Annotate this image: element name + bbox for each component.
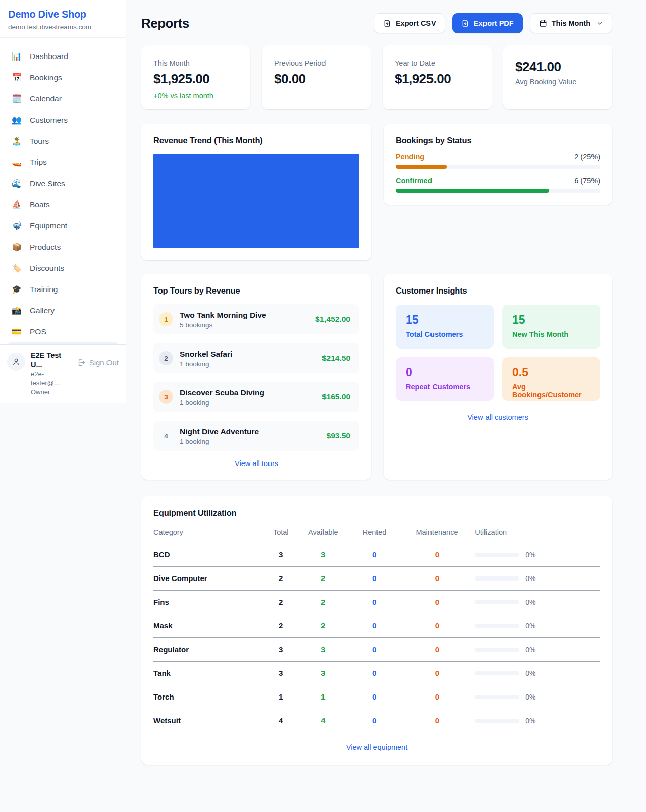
sidebar-item-boats[interactable]: ⛵ Boats <box>4 194 122 215</box>
insight-value: 15 <box>406 313 483 327</box>
cell-category: Regulator <box>153 638 265 662</box>
sidebar-item-label: Bookings <box>30 72 62 83</box>
utilization-pct: 0% <box>525 622 535 630</box>
tour-name: Snorkel Safari <box>180 349 232 359</box>
customer-insights-title: Customer Insights <box>396 286 600 296</box>
user-role: Owner <box>31 388 72 397</box>
tour-bookings: 1 booking <box>180 438 259 445</box>
sign-out-button[interactable]: Sign Out <box>77 358 119 367</box>
sidebar-item-label: Training <box>30 284 58 295</box>
sidebar-item-label: Equipment <box>30 220 67 231</box>
cell-available: 3 <box>296 662 350 685</box>
sidebar-item-gallery[interactable]: 📸 Gallery <box>4 300 122 321</box>
stat-card-avg-booking-value: $241.00 Avg Booking Value <box>503 45 612 109</box>
file-download-icon <box>461 19 469 27</box>
insight-tile-new-this-month: 15 New This Month <box>502 305 600 349</box>
equipment-utilization-panel: Equipment Utilization Category Total Ava… <box>141 496 612 765</box>
cell-rented: 0 <box>350 709 399 733</box>
sidebar-item-label: Boats <box>30 199 50 210</box>
sailboat-icon: ⛵ <box>11 199 22 210</box>
insight-tile-repeat-customers: 0 Repeat Customers <box>396 357 494 401</box>
sidebar-item-label: Discounts <box>30 263 64 273</box>
insight-value: 15 <box>512 313 590 327</box>
tour-row: 3 Discover Scuba Diving 1 booking $165.0… <box>153 382 359 412</box>
period-label: This Month <box>552 19 590 27</box>
view-all-tours-link[interactable]: View all tours <box>153 459 359 468</box>
app-root: Demo Dive Shop demo.test.divestreams.com… <box>0 0 646 812</box>
status-count: 2 (25%) <box>574 153 600 161</box>
user-section: E2E Test U... e2e-tester@... Owner Sign … <box>0 344 126 403</box>
utilization-pct: 0% <box>525 693 535 701</box>
camera-icon: 📸 <box>11 305 22 316</box>
sidebar-item-label: Gallery <box>30 305 55 316</box>
cell-utilization: 0% <box>475 622 600 630</box>
revenue-trend-title: Revenue Trend (This Month) <box>153 136 359 145</box>
stat-value: $1,925.00 <box>153 71 238 86</box>
period-select[interactable]: This Month <box>530 13 612 33</box>
insight-label: New This Month <box>512 330 590 338</box>
stat-label: Year to Date <box>395 59 479 67</box>
status-row-pending: Pending 2 (25%) <box>396 153 600 169</box>
stat-card-year-to-date: Year to Date $1,925.00 <box>383 45 492 109</box>
stats-row: This Month $1,925.00 +0% vs last month P… <box>141 45 612 109</box>
cell-rented: 0 <box>350 685 399 709</box>
export-csv-button[interactable]: Export CSV <box>374 13 445 33</box>
table-row: Wetsuit 4 4 0 0 0% <box>153 709 600 733</box>
table-row: Torch 1 1 0 0 0% <box>153 685 600 709</box>
sidebar-item-products[interactable]: 📦 Products <box>4 237 122 257</box>
sidebar-item-dashboard[interactable]: 📊 Dashboard <box>4 46 122 67</box>
top-tours-title: Top Tours by Revenue <box>153 286 359 296</box>
tour-name: Discover Scuba Diving <box>180 388 264 398</box>
wave-icon: 🌊 <box>11 178 22 189</box>
col-header-maintenance: Maintenance <box>399 523 475 543</box>
view-all-equipment-link[interactable]: View all equipment <box>153 743 600 751</box>
bookings-by-status-title: Bookings by Status <box>396 136 600 145</box>
sidebar-nav: 📊 Dashboard 📅 Bookings 🗓️ Calendar 👥 Cus… <box>0 38 126 344</box>
sidebar-item-pos[interactable]: 💳 POS <box>4 321 122 342</box>
sidebar-item-bookings[interactable]: 📅 Bookings <box>4 67 122 88</box>
utilization-pct: 0% <box>525 646 535 654</box>
stat-value: $241.00 <box>515 59 600 74</box>
trips-speedboat-icon: 🚤 <box>11 157 22 167</box>
bookings-by-status-panel: Bookings by Status Pending 2 (25%) Confi… <box>384 124 612 205</box>
sidebar-item-dive-sites[interactable]: 🌊 Dive Sites <box>4 173 122 194</box>
sidebar-item-equipment[interactable]: 🤿 Equipment <box>4 215 122 236</box>
package-icon: 📦 <box>11 242 22 252</box>
sidebar-item-calendar[interactable]: 🗓️ Calendar <box>4 88 122 109</box>
sidebar-item-training[interactable]: 🎓 Training <box>4 279 122 300</box>
sidebar-item-discounts[interactable]: 🏷️ Discounts <box>4 258 122 278</box>
cell-rented: 0 <box>350 614 399 638</box>
cell-utilization: 0% <box>475 646 600 654</box>
status-label: Confirmed <box>396 177 433 185</box>
insight-label: Total Customers <box>406 330 483 338</box>
export-pdf-label: Export PDF <box>474 19 514 27</box>
sidebar-item-label: Customers <box>30 114 68 125</box>
utilization-bar <box>475 553 519 557</box>
sign-out-label: Sign Out <box>89 358 119 367</box>
table-row: Dive Computer 2 2 0 0 0% <box>153 567 600 591</box>
cell-available: 2 <box>296 591 350 614</box>
view-all-customers-link[interactable]: View all customers <box>396 413 600 421</box>
cell-rented: 0 <box>350 543 399 567</box>
revenue-trend-panel: Revenue Trend (This Month) <box>141 124 371 260</box>
sidebar-item-tours[interactable]: 🏝️ Tours <box>4 131 122 151</box>
tag-icon: 🏷️ <box>11 263 22 273</box>
export-pdf-button[interactable]: Export PDF <box>452 13 523 33</box>
calendar-icon <box>539 19 547 27</box>
cell-rented: 0 <box>350 662 399 685</box>
sidebar-item-label: Dashboard <box>30 51 68 62</box>
page-header: Reports Export CSV Export PDF <box>141 13 612 33</box>
utilization-bar <box>475 600 519 604</box>
sidebar-item-trips[interactable]: 🚤 Trips <box>4 152 122 172</box>
sidebar: Demo Dive Shop demo.test.divestreams.com… <box>0 0 126 403</box>
brand-title[interactable]: Demo Dive Shop <box>8 9 118 20</box>
utilization-pct: 0% <box>525 551 535 559</box>
sidebar-item-customers[interactable]: 👥 Customers <box>4 109 122 130</box>
brand-domain: demo.test.divestreams.com <box>8 23 118 31</box>
progress-track <box>396 165 600 169</box>
stat-card-this-month: This Month $1,925.00 +0% vs last month <box>141 45 250 109</box>
file-download-icon <box>383 19 391 27</box>
cell-total: 2 <box>265 567 296 591</box>
cell-total: 3 <box>265 638 296 662</box>
col-header-category: Category <box>153 523 265 543</box>
